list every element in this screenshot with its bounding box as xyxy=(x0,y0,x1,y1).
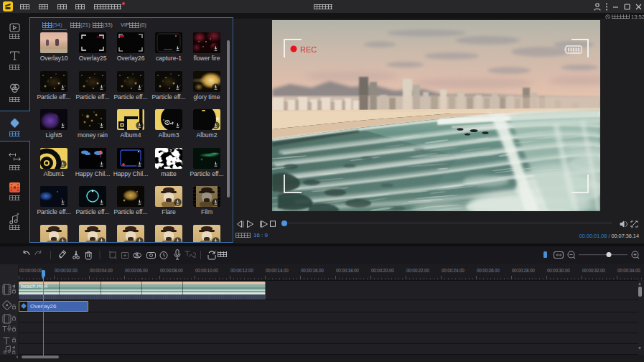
svg-text:REC: REC xyxy=(300,45,317,54)
svg-text:REC: REC xyxy=(97,35,103,39)
